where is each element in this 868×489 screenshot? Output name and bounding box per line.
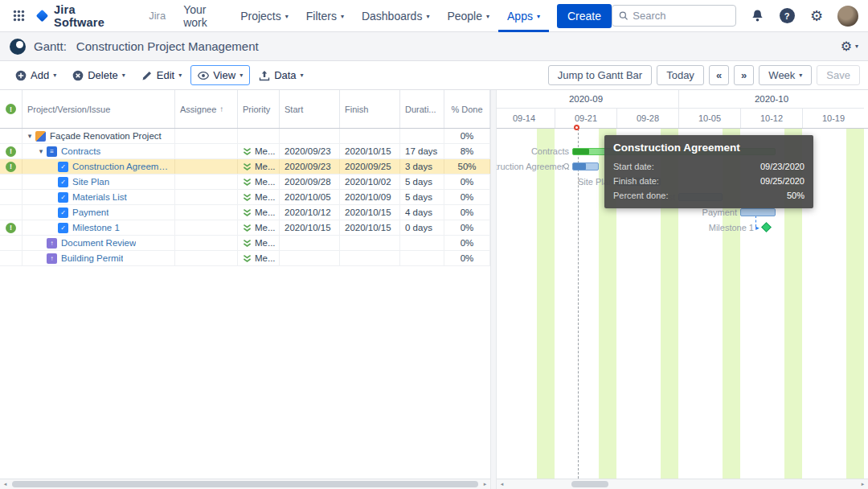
page-right-button[interactable]: »	[734, 65, 754, 85]
priority-cell: Me...	[238, 175, 280, 189]
nav-item-filters[interactable]: Filters▾	[297, 0, 353, 32]
zoom-level-button[interactable]: Week▾	[759, 65, 812, 85]
done-cell: 0%	[444, 251, 490, 265]
timeline-header: 2020-092020-1009-1409-2109-2810-0510-121…	[497, 90, 868, 129]
eye-icon	[198, 70, 209, 81]
table-row-construction-agreement[interactable]: !✓Construction AgreementMe...2020/09/232…	[0, 159, 490, 175]
nav-item-label: Dashboards	[362, 10, 423, 23]
start-cell: 2020/09/23	[280, 144, 340, 158]
data-button[interactable]: Data▾	[252, 65, 310, 85]
nav-item-dashboards[interactable]: Dashboards▾	[353, 0, 439, 32]
finish-cell: 2020/10/15	[340, 144, 400, 158]
issue-link[interactable]: Construction Agreement	[72, 162, 170, 171]
nav-item-label: Apps	[507, 10, 533, 23]
table-row-site-plan[interactable]: ✓Site PlanMe...2020/09/282020/10/025 day…	[0, 175, 490, 190]
button-label: Jump to Gantt Bar	[558, 69, 643, 81]
avatar[interactable]	[837, 6, 858, 27]
jira-logo[interactable]: Jira Software	[35, 3, 127, 29]
gantt-bar-payment[interactable]	[740, 208, 776, 216]
scroll-thumb[interactable]	[12, 481, 478, 487]
search-box[interactable]	[612, 5, 736, 27]
chart-horizontal-scrollbar[interactable]: ◂ ▸	[497, 479, 868, 489]
scroll-left-icon[interactable]: ◂	[497, 479, 507, 489]
priority-cell: Me...	[238, 251, 280, 265]
nav-item-apps[interactable]: Apps▾	[498, 0, 549, 32]
button-label: Edit	[157, 69, 174, 81]
expander-icon[interactable]: ▾	[35, 147, 47, 155]
assignee-cell	[175, 175, 238, 189]
issue-link[interactable]: Milestone 1	[72, 223, 120, 232]
delete-button[interactable]: Delete▾	[65, 65, 133, 85]
table-row-contracts[interactable]: !▾≡ContractsMe...2020/09/232020/10/1517 …	[0, 144, 490, 159]
help-icon[interactable]: ?	[778, 7, 796, 25]
add-button[interactable]: Add▾	[8, 65, 63, 85]
issue-name-cell: ▾≡Contracts	[23, 144, 175, 158]
column-header-assignee[interactable]: Assignee↑	[175, 90, 238, 128]
scroll-right-icon[interactable]: ▸	[480, 479, 490, 489]
scroll-right-icon[interactable]: ▸	[858, 479, 868, 489]
nav-item-people[interactable]: People▾	[438, 0, 498, 32]
issue-link[interactable]: Document Review	[61, 238, 136, 248]
table-row-document-review[interactable]: ↑Document ReviewMe...0%	[0, 236, 490, 251]
edit-button[interactable]: Edit▾	[134, 65, 189, 85]
table-row-materials-list[interactable]: ✓Materials ListMe...2020/10/052020/10/09…	[0, 190, 490, 205]
gear-icon: ⚙	[841, 40, 852, 53]
priority-cell: Me...	[238, 159, 280, 174]
cell-value: 2020/10/15	[345, 146, 391, 156]
expander-icon[interactable]: ▾	[24, 132, 35, 140]
cell-value: 0 days	[405, 223, 432, 232]
scroll-thumb[interactable]	[571, 481, 608, 487]
jump-to-gantt-bar-button[interactable]: Jump to Gantt Bar	[548, 65, 653, 85]
cell-value: 0%	[461, 253, 474, 263]
gantt-bar-construction-agreement[interactable]	[572, 162, 599, 171]
table-row-fa-ade-renovation-project[interactable]: ▾Façade Renovation Project0%	[0, 129, 490, 144]
view-button[interactable]: View▾	[190, 65, 250, 85]
create-button[interactable]: Create	[557, 4, 612, 28]
save-button[interactable]: Save	[817, 65, 860, 85]
table-row-building-permit[interactable]: ↑Building PermitMe...0%	[0, 251, 490, 266]
search-input[interactable]	[633, 10, 729, 22]
table-row-payment[interactable]: ✓PaymentMe...2020/10/122020/10/154 days0…	[0, 205, 490, 220]
table-row-milestone-1[interactable]: !✓Milestone 1Me...2020/10/152020/10/150 …	[0, 220, 490, 236]
tooltip-row: Finish date:09/25/2020	[604, 174, 813, 188]
today-button[interactable]: Today	[657, 65, 704, 85]
issue-link[interactable]: Site Plan	[72, 177, 109, 187]
notifications-icon[interactable]	[748, 7, 766, 25]
bar-drag-handle[interactable]	[563, 163, 569, 169]
gantt-settings-button[interactable]: ⚙ ▾	[841, 40, 858, 53]
button-label: Week	[768, 69, 795, 81]
column-header-name[interactable]: Project/Version/Issue	[23, 90, 175, 128]
start-cell	[280, 129, 340, 143]
nav-item-your-work[interactable]: Your work	[174, 0, 231, 32]
row-status-cell: !	[0, 144, 23, 158]
cell-value: 4 days	[405, 208, 432, 217]
cell-value: 2020/10/12	[285, 208, 331, 217]
column-header-done[interactable]: % Done	[444, 90, 490, 128]
button-label: Today	[666, 69, 694, 81]
column-header-start[interactable]: Start	[280, 90, 340, 128]
timeline-week-label: 09-28	[616, 109, 678, 129]
toolbar-right: Jump to Gantt BarToday«»Week▾Save	[548, 65, 860, 85]
issue-link[interactable]: Building Permit	[61, 253, 123, 263]
nav-item-projects[interactable]: Projects▾	[231, 0, 297, 32]
page-left-button[interactable]: «	[709, 65, 729, 85]
panel-splitter[interactable]	[490, 90, 497, 489]
column-header-duration[interactable]: Durati...	[400, 90, 444, 128]
nav-item-jira[interactable]: Jira	[140, 0, 174, 32]
issue-label: Façade Renovation Project	[50, 131, 162, 141]
assignee-cell	[175, 159, 238, 174]
app-switcher-icon[interactable]	[10, 6, 28, 26]
table-horizontal-scrollbar[interactable]: ◂ ▸	[0, 479, 490, 489]
issue-link[interactable]: Materials List	[72, 192, 127, 202]
button-label: Data	[274, 69, 296, 81]
scroll-left-icon[interactable]: ◂	[0, 479, 10, 489]
duration-cell: 3 days	[400, 159, 444, 174]
column-header-priority[interactable]: Priority	[238, 90, 280, 128]
milestone-diamond[interactable]	[761, 222, 772, 232]
issue-link[interactable]: Contracts	[61, 146, 100, 156]
issue-link[interactable]: Payment	[72, 208, 108, 217]
settings-icon[interactable]: ⚙	[808, 7, 825, 25]
column-header-finish[interactable]: Finish	[340, 90, 400, 128]
cell-value: 2020/09/25	[345, 162, 391, 171]
priority-label: Me...	[255, 177, 276, 187]
